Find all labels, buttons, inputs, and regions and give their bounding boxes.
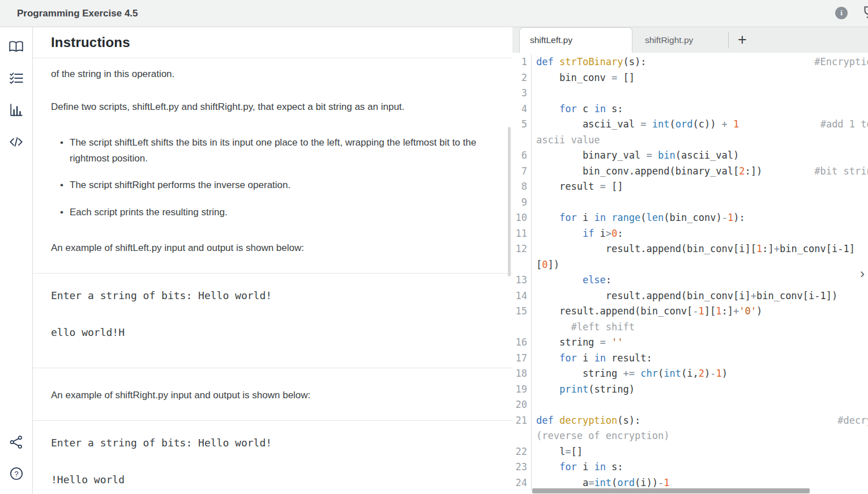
help-icon[interactable]: ? <box>0 458 32 489</box>
console-line: Enter a string of bits: Hello world! <box>51 287 486 304</box>
code-line[interactable]: if i>0: <box>532 226 868 242</box>
code-row[interactable]: 5 ascii_val = int(ord(c)) + 1 #add 1 to … <box>512 117 868 133</box>
code-line[interactable] <box>532 397 868 413</box>
code-line[interactable]: for i in result: <box>532 351 868 367</box>
console-line: ello world!H <box>51 324 486 340</box>
code-line[interactable]: ascii value <box>532 133 868 148</box>
line-number: 17 <box>512 351 532 367</box>
panel-expand-chevron-icon[interactable]: › <box>860 265 868 282</box>
info-icon[interactable]: i <box>835 7 848 19</box>
header-partial-icon[interactable] <box>861 5 868 21</box>
code-line[interactable]: for i in s: <box>532 459 868 475</box>
code-row[interactable]: 10 for i in range(len(bin_conv)-1): <box>512 210 868 226</box>
new-tab-button[interactable]: + <box>729 27 756 53</box>
code-row[interactable]: 17 for i in result: <box>512 351 868 367</box>
tab-shiftleft[interactable]: shiftLeft.py <box>519 27 632 53</box>
code-editor[interactable]: 1def strToBinary(s): #Encryption2 bin_co… <box>512 53 868 494</box>
code-row[interactable]: 8 result = [] <box>512 179 868 195</box>
code-line[interactable]: def decryption(s): #decryption <box>532 413 868 429</box>
code-line[interactable]: bin_conv = [] <box>532 70 868 86</box>
code-line[interactable]: result.append(bin_conv[-1][1:]+'0') <box>532 304 868 320</box>
code-row[interactable]: 23 for i in s: <box>512 459 868 475</box>
code-line[interactable]: binary_val = bin(ascii_val) <box>532 148 868 164</box>
tab-shiftright[interactable]: shiftRight.py <box>632 32 729 48</box>
code-row[interactable]: 21def decryption(s): #decryption <box>512 413 868 429</box>
console-line: Enter a string of bits: Hello world! <box>51 435 486 451</box>
code-line[interactable]: def strToBinary(s): #Encryption <box>532 54 868 70</box>
line-number: 15 <box>512 304 532 320</box>
console-example-left: Enter a string of bits: Hello world!ello… <box>51 274 486 368</box>
line-number: 6 <box>512 148 532 164</box>
code-row[interactable]: 9 <box>512 195 868 211</box>
code-row[interactable]: 2 bin_conv = [] <box>512 70 868 86</box>
line-number: 7 <box>512 164 532 180</box>
line-number: 8 <box>512 179 532 195</box>
code-line[interactable]: else: <box>532 272 868 288</box>
code-row[interactable]: 3 <box>512 86 868 101</box>
code-row[interactable]: 12 result.append(bin_conv[i][1:]+bin_con… <box>512 241 868 257</box>
line-number: 23 <box>512 459 532 475</box>
horizontal-scrollbar-thumb[interactable] <box>532 488 810 493</box>
paragraph-intro: Define two scripts, shiftLeft.py and shi… <box>51 99 486 115</box>
code-row[interactable]: #left shift <box>512 320 868 335</box>
code-row[interactable]: 15 result.append(bin_conv[-1][1:]+'0') <box>512 304 868 320</box>
bar-chart-icon[interactable] <box>0 94 32 126</box>
code-line[interactable]: for i in range(len(bin_conv)-1): <box>532 210 868 226</box>
code-line[interactable]: string = '' <box>532 335 868 351</box>
paragraph-example-right: An example of shiftRight.py input and ou… <box>51 387 486 403</box>
instructions-scrollbar[interactable] <box>508 127 511 276</box>
code-row[interactable]: 13 else: <box>512 272 868 288</box>
code-line[interactable] <box>532 195 868 211</box>
line-number: 9 <box>512 195 532 211</box>
code-row[interactable]: 6 binary_val = bin(ascii_val) <box>512 148 868 164</box>
line-number: 3 <box>512 86 532 101</box>
line-number: 5 <box>512 117 532 133</box>
line-number: 18 <box>512 366 532 382</box>
code-row[interactable]: 14 result.append(bin_conv[i]+bin_conv[i-… <box>512 288 868 304</box>
line-number <box>512 257 532 273</box>
code-row[interactable]: 19 print(string) <box>512 382 868 398</box>
code-row[interactable]: 4 for c in s: <box>512 101 868 117</box>
page-title: Programming Exercise 4.5 <box>17 8 138 19</box>
line-number: 20 <box>512 397 532 413</box>
code-row[interactable]: ascii value <box>512 133 868 148</box>
code-line[interactable]: l=[] <box>532 444 868 460</box>
instructions-book-icon[interactable] <box>0 31 32 62</box>
code-row[interactable]: 22 l=[] <box>512 444 868 460</box>
code-line[interactable] <box>532 86 868 101</box>
line-number <box>512 133 532 148</box>
code-row[interactable]: 20 <box>512 397 868 413</box>
code-row[interactable]: [0]) <box>512 257 868 273</box>
line-number: 4 <box>512 101 532 117</box>
code-line[interactable]: result.append(bin_conv[i]+bin_conv[i-1]) <box>532 288 868 304</box>
code-line[interactable]: result.append(bin_conv[i][1:]+bin_conv[i… <box>532 241 868 257</box>
code-icon[interactable] <box>0 126 32 157</box>
code-line[interactable]: print(string) <box>532 382 868 398</box>
svg-text:?: ? <box>14 470 19 478</box>
code-line[interactable]: bin_conv.append(binary_val[2:]) #bit str… <box>532 164 868 180</box>
code-line[interactable]: result = [] <box>532 179 868 195</box>
code-row[interactable]: (reverse of encryption) <box>512 428 868 444</box>
code-row[interactable]: 11 if i>0: <box>512 226 868 242</box>
app-window: Programming Exercise 4.5 i <box>0 0 868 494</box>
instruction-bullet: The script shiftLeft shifts the bits in … <box>60 135 486 166</box>
code-row[interactable]: 16 string = '' <box>512 335 868 351</box>
code-line[interactable]: [0]) <box>532 257 868 273</box>
code-row[interactable]: 7 bin_conv.append(binary_val[2:]) #bit s… <box>512 164 868 180</box>
code-line[interactable]: #left shift <box>532 320 868 335</box>
tab-label: shiftRight.py <box>645 35 693 45</box>
code-line[interactable]: for c in s: <box>532 101 868 117</box>
instruction-bullets: The script shiftLeft shifts the bits in … <box>51 135 486 220</box>
code-line[interactable]: string += chr(int(i,2)-1) <box>532 366 868 382</box>
console-example-right: Enter a string of bits: Hello world!!Hel… <box>51 421 486 494</box>
code-line[interactable]: ascii_val = int(ord(c)) + 1 #add 1 to th… <box>532 117 868 133</box>
line-number: 12 <box>512 241 532 257</box>
code-row[interactable]: 18 string += chr(int(i,2)-1) <box>512 366 868 382</box>
share-icon[interactable] <box>0 426 32 458</box>
code-row[interactable]: 1def strToBinary(s): #Encryption <box>512 54 868 70</box>
instructions-title: Instructions <box>51 35 130 50</box>
instruction-bullet: Each script prints the resulting string. <box>60 205 486 220</box>
checklist-icon[interactable] <box>0 62 32 94</box>
code-line[interactable]: (reverse of encryption) <box>532 428 868 444</box>
editor-tabbar: shiftLeft.py shiftRight.py + <box>512 27 868 53</box>
